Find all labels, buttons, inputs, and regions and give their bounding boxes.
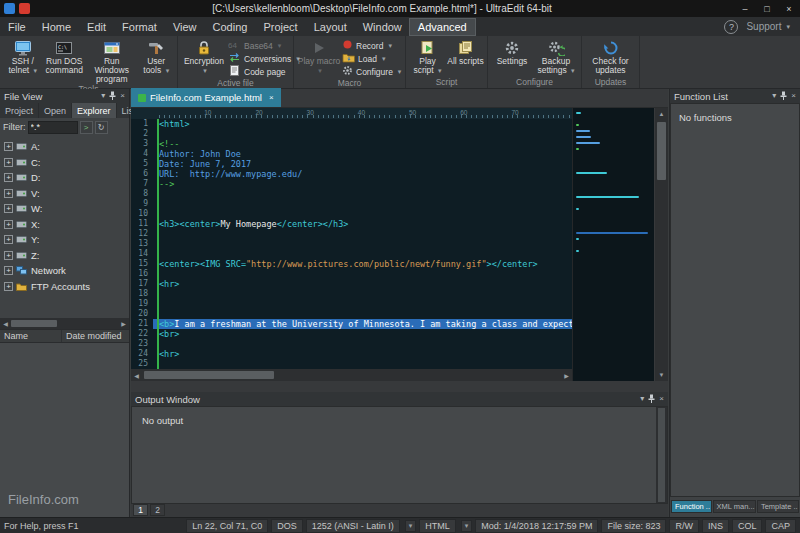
column-date-modified[interactable]: Date modified — [62, 330, 129, 342]
output-tab-2[interactable]: 2 — [150, 504, 165, 516]
tree-item-d[interactable]: +D: — [0, 170, 129, 186]
scroll-right-icon[interactable]: ▶ — [561, 370, 572, 381]
play-macro-button[interactable]: Play macro ▾ — [297, 38, 341, 75]
output-tab-1[interactable]: 1 — [133, 504, 148, 516]
code-page-button[interactable]: Code page — [228, 65, 290, 78]
status-segment[interactable]: HTML — [419, 519, 456, 533]
expand-icon[interactable]: + — [4, 204, 13, 213]
menu-home[interactable]: Home — [34, 19, 79, 35]
tree-item-network[interactable]: +Network — [0, 263, 129, 279]
quick-access-icon[interactable] — [19, 3, 30, 14]
configure-macro-button[interactable]: Configure▾ — [342, 65, 402, 78]
status-segment[interactable]: Mod: 1/4/2018 12:17:59 PM — [475, 519, 598, 533]
tree-item-v[interactable]: +V: — [0, 186, 129, 202]
tree-horizontal-scrollbar[interactable]: ◀ ▶ — [0, 318, 129, 329]
check-for-updates-button[interactable]: Check for updates — [586, 38, 636, 75]
tab-project[interactable]: Project — [0, 103, 39, 118]
status-segment[interactable]: DOS — [271, 519, 303, 533]
close-button[interactable]: × — [778, 0, 800, 17]
tree-item-y[interactable]: +Y: — [0, 232, 129, 248]
menu-project[interactable]: Project — [255, 19, 305, 35]
scrollbar-thumb[interactable] — [11, 320, 57, 327]
expand-icon[interactable]: + — [4, 189, 13, 198]
expand-icon[interactable]: + — [4, 266, 13, 275]
ssh-telnet-button[interactable]: SSH / telnet ▾ — [3, 38, 43, 75]
panel-menu-icon[interactable]: ▾ — [772, 92, 776, 100]
menu-format[interactable]: Format — [114, 19, 165, 35]
scrollbar-thumb[interactable] — [658, 408, 665, 502]
close-panel-icon[interactable]: × — [120, 92, 125, 100]
scrollbar-thumb[interactable] — [144, 371, 274, 379]
scroll-left-icon[interactable]: ◀ — [0, 318, 11, 329]
run-dos-command-button[interactable]: C:\ Run DOS command — [44, 38, 86, 75]
tab-function-list[interactable]: Function .. — [671, 500, 712, 513]
settings-button[interactable]: Settings — [491, 38, 533, 66]
document-tab[interactable]: FileInfo.com Example.html × — [131, 88, 281, 107]
minimap[interactable] — [572, 108, 654, 381]
run-windows-program-button[interactable]: Run Windows program — [86, 38, 137, 84]
pin-icon[interactable] — [109, 91, 116, 102]
expand-icon[interactable]: + — [4, 173, 13, 182]
user-tools-button[interactable]: User tools ▾ — [138, 38, 174, 75]
load-macro-button[interactable]: Load▾ — [342, 52, 402, 65]
close-tab-icon[interactable]: × — [269, 93, 274, 102]
tab-explorer[interactable]: Explorer — [72, 103, 117, 118]
tree-item-x[interactable]: +X: — [0, 217, 129, 233]
backup-settings-button[interactable]: Backup settings ▾ — [534, 38, 578, 75]
expand-icon[interactable]: + — [4, 251, 13, 260]
expand-icon[interactable]: + — [4, 142, 13, 151]
menu-coding[interactable]: Coding — [205, 19, 256, 35]
all-scripts-button[interactable]: All scripts — [447, 38, 484, 66]
filter-input[interactable] — [28, 121, 78, 134]
base64-button[interactable]: 64 Base64▾ — [228, 39, 290, 52]
expand-icon[interactable]: + — [4, 158, 13, 167]
refresh-icon[interactable]: ↻ — [95, 121, 108, 134]
close-panel-icon[interactable]: × — [791, 92, 796, 100]
close-panel-icon[interactable]: × — [659, 395, 664, 403]
pin-icon[interactable] — [648, 394, 655, 405]
menu-advanced[interactable]: Advanced — [410, 19, 475, 35]
scrollbar-thumb[interactable] — [657, 122, 666, 180]
minimize-button[interactable]: – — [734, 0, 756, 17]
tab-xml-manager[interactable]: XML man... — [713, 500, 756, 513]
tab-template-list[interactable]: Template .. — [757, 500, 799, 513]
tree-item-a[interactable]: +A: — [0, 139, 129, 155]
status-segment[interactable]: COL — [732, 519, 763, 533]
tree-item-c[interactable]: +C: — [0, 155, 129, 171]
column-name[interactable]: Name — [0, 330, 62, 342]
status-segment[interactable]: CAP — [765, 519, 796, 533]
status-segment[interactable]: File size: 823 — [601, 519, 666, 533]
output-scrollbar[interactable] — [656, 407, 667, 503]
expand-icon[interactable]: + — [4, 282, 13, 291]
status-segment[interactable]: ▾ — [461, 520, 473, 532]
scroll-down-icon[interactable]: ▼ — [655, 369, 668, 381]
panel-menu-icon[interactable]: ▾ — [640, 395, 644, 403]
support-menu[interactable]: Support ▾ — [746, 21, 790, 32]
expand-icon[interactable]: + — [4, 220, 13, 229]
status-segment[interactable]: 1252 (ANSI - Latin I) — [306, 519, 400, 533]
menu-layout[interactable]: Layout — [306, 19, 355, 35]
menu-window[interactable]: Window — [355, 19, 410, 35]
conversions-button[interactable]: Conversions▾ — [228, 52, 290, 65]
help-icon[interactable]: ? — [724, 20, 738, 34]
tab-open[interactable]: Open — [39, 103, 72, 118]
status-segment[interactable]: R/W — [669, 519, 699, 533]
status-segment[interactable]: Ln 22, Col 71, C0 — [186, 519, 268, 533]
editor-vertical-scrollbar[interactable]: ▲ ▼ — [655, 108, 668, 381]
status-segment[interactable]: INS — [702, 519, 729, 533]
editor-horizontal-scrollbar[interactable]: ◀ ▶ — [131, 369, 572, 381]
play-script-button[interactable]: Play script ▾ — [409, 38, 446, 75]
scroll-up-icon[interactable]: ▲ — [655, 108, 668, 120]
apply-filter-button[interactable]: > — [80, 121, 93, 134]
tree-item-z[interactable]: +Z: — [0, 248, 129, 264]
scroll-left-icon[interactable]: ◀ — [131, 370, 142, 381]
expand-icon[interactable]: + — [4, 235, 13, 244]
menu-edit[interactable]: Edit — [79, 19, 114, 35]
pin-icon[interactable] — [780, 91, 787, 102]
panel-menu-icon[interactable]: ▾ — [101, 92, 105, 100]
scroll-right-icon[interactable]: ▶ — [118, 318, 129, 329]
encryption-button[interactable]: Encryption ▾ — [181, 38, 227, 75]
status-segment[interactable]: ▾ — [405, 520, 417, 532]
tree-item-ftpaccounts[interactable]: +FTP Accounts — [0, 279, 129, 295]
menu-view[interactable]: View — [165, 19, 205, 35]
